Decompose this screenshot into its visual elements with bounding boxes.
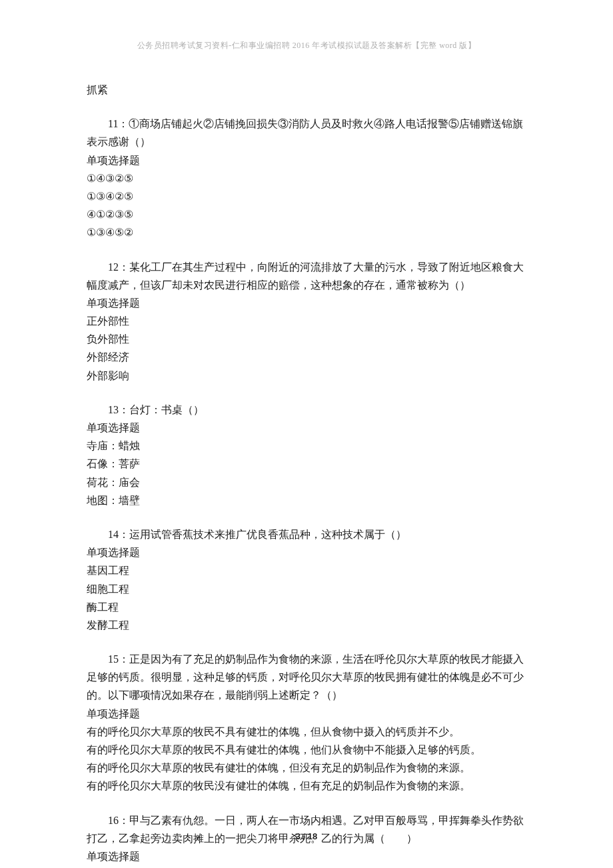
q13-opt-a: 寺庙：蜡烛	[87, 437, 526, 455]
q11-stem: 11：①商场店铺起火②店铺挽回损失③消防人员及时救火④路人电话报警⑤店铺赠送锦旗…	[87, 115, 526, 151]
q12-opt-d: 外部影响	[87, 367, 526, 385]
q15-opt-b: 有的呼伦贝尔大草原的牧民不具有健壮的体魄，他们从食物中不能摄入足够的钙质。	[87, 741, 526, 759]
q13-stem: 13：台灯：书桌（）	[87, 401, 526, 419]
q12-stem: 12：某化工厂在其生产过程中，向附近的河流排放了大量的污水，导致了附近地区粮食大…	[87, 258, 526, 294]
q15-opt-d: 有的呼伦贝尔大草原的牧民没有健壮的体魄，但有充足的奶制品作为食物的来源。	[87, 777, 526, 795]
page-header: 公务员招聘考试复习资料-仁和事业编招聘 2016 年考试模拟试题及答案解析【完整…	[87, 40, 526, 51]
q14-type: 单项选择题	[87, 543, 526, 561]
q15-type: 单项选择题	[87, 705, 526, 723]
q13-opt-b: 石像：菩萨	[87, 455, 526, 473]
q10-option-trail: 抓紧	[87, 81, 526, 99]
q13-opt-c: 荷花：庙会	[87, 473, 526, 491]
page-number-current: 3	[296, 831, 301, 841]
q14-opt-d: 发酵工程	[87, 616, 526, 634]
document-body: 抓紧 11：①商场店铺起火②店铺挽回损失③消防人员及时救火④路人电话报警⑤店铺赠…	[87, 81, 526, 865]
q12-type: 单项选择题	[87, 294, 526, 312]
q14-stem: 14：运用试管香蕉技术来推广优良香蕉品种，这种技术属于（）	[87, 525, 526, 543]
question-14: 14：运用试管香蕉技术来推广优良香蕉品种，这种技术属于（） 单项选择题 基因工程…	[87, 525, 526, 634]
q16-stem: 16：甲与乙素有仇怨。一日，两人在一市场内相遇。乙对甲百般辱骂，甲挥舞拳头作势欲…	[87, 811, 526, 847]
q12-opt-c: 外部经济	[87, 348, 526, 366]
page-number-sep: /	[301, 831, 308, 841]
question-11: 11：①商场店铺起火②店铺挽回损失③消防人员及时救火④路人电话报警⑤店铺赠送锦旗…	[87, 115, 526, 241]
q15-opt-c: 有的呼伦贝尔大草原的牧民有健壮的体魄，但没有充足的奶制品作为食物的来源。	[87, 759, 526, 777]
q14-opt-a: 基因工程	[87, 561, 526, 579]
question-12: 12：某化工厂在其生产过程中，向附近的河流排放了大量的污水，导致了附近地区粮食大…	[87, 258, 526, 385]
q12-opt-b: 负外部性	[87, 330, 526, 348]
q13-type: 单项选择题	[87, 419, 526, 437]
q13-opt-d: 地图：墙壁	[87, 491, 526, 509]
question-15: 15：正是因为有了充足的奶制品作为食物的来源，生活在呼伦贝尔大草原的牧民才能摄入…	[87, 650, 526, 795]
q11-type: 单项选择题	[87, 151, 526, 169]
page-number-total: 18	[308, 831, 317, 841]
q14-opt-c: 酶工程	[87, 598, 526, 616]
page-footer: 3 / 18	[0, 831, 613, 841]
q10-trailing: 抓紧	[87, 81, 526, 99]
q11-opt-d: ①③④⑤②	[87, 223, 526, 241]
question-13: 13：台灯：书桌（） 单项选择题 寺庙：蜡烛 石像：菩萨 荷花：庙会 地图：墙壁	[87, 401, 526, 509]
q14-opt-b: 细胞工程	[87, 580, 526, 598]
q12-opt-a: 正外部性	[87, 312, 526, 330]
q11-opt-c: ④①②③⑤	[87, 205, 526, 223]
q15-opt-a: 有的呼伦贝尔大草原的牧民不具有健壮的体魄，但从食物中摄入的钙质并不少。	[87, 723, 526, 741]
q11-opt-b: ①③④②⑤	[87, 187, 526, 205]
q15-stem: 15：正是因为有了充足的奶制品作为食物的来源，生活在呼伦贝尔大草原的牧民才能摄入…	[87, 650, 526, 705]
q16-type: 单项选择题	[87, 847, 526, 865]
q11-opt-a: ①④③②⑤	[87, 169, 526, 187]
